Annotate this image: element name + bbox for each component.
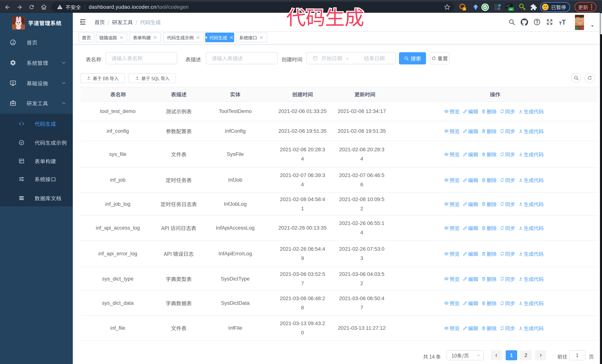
- svg-text:代码生成: 代码生成: [286, 7, 364, 29]
- svg-text:1: 1: [464, 8, 465, 10]
- svg-text:on: on: [510, 8, 513, 10]
